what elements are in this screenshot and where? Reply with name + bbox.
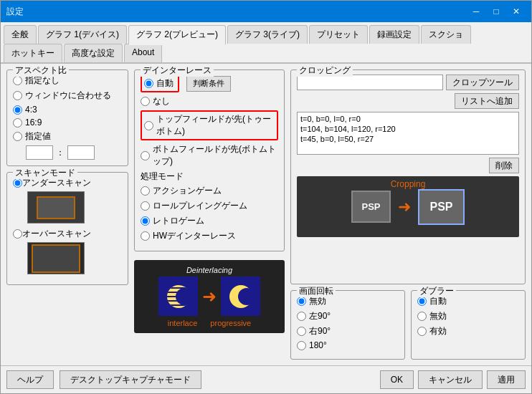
bottom-right-buttons: OK キャンセル 適用: [380, 370, 526, 389]
scan-over-radio[interactable]: [13, 229, 22, 239]
tab-record[interactable]: 録画設定: [369, 25, 419, 44]
close-button[interactable]: ✕: [507, 4, 526, 19]
deinterlace-auto-radio[interactable]: [144, 79, 153, 88]
rot-disable-radio[interactable]: [297, 297, 306, 306]
scan-under-visual: [27, 191, 85, 224]
dbl-disable-radio[interactable]: [417, 312, 427, 321]
deinterlace-labels: interlace progressive: [168, 319, 251, 327]
ar-width-input[interactable]: 16: [26, 145, 53, 160]
bottom-left-buttons: ヘルプ デスクトップキャプチャモード: [6, 370, 201, 389]
deinterlace-visual: Deinterlacing: [134, 260, 285, 333]
tab-bar: 全般 グラフ 1(デバイス) グラフ 2(プレビュー) グラフ 3(ライブ) プ…: [1, 22, 531, 64]
rot-left90-radio[interactable]: [297, 312, 306, 321]
scan-mode-group: スキャンモード アンダースキャン オーバースキャン: [6, 172, 128, 285]
scan-under-inner: [37, 196, 75, 219]
bottom-right-panels: 画面回転 無効 左90° 右90°: [290, 290, 526, 360]
tab-graph2[interactable]: グラフ 2(プレビュー): [128, 25, 226, 45]
window-title: 設定: [6, 6, 24, 18]
scan-over-label: オーバースキャン: [22, 228, 91, 240]
dbl-disable-row: 無効: [417, 310, 519, 322]
desktop-button[interactable]: デスクトップキャプチャモード: [60, 370, 201, 389]
deinterlace-arrow: ➜: [202, 287, 217, 307]
deinterlace-none-row: なし: [141, 95, 278, 107]
crop-value-input[interactable]: t=0, b=0, l=0, r=0: [297, 75, 443, 90]
deinterlace-top-radio[interactable]: [144, 121, 153, 130]
delete-button[interactable]: 削除: [489, 158, 519, 173]
dbl-auto-radio[interactable]: [417, 297, 427, 306]
cancel-button[interactable]: キャンセル: [418, 370, 483, 389]
deinterlace-top-highlight: トップフィールドが先(トゥーボトム): [141, 110, 278, 140]
add-list-button[interactable]: リストへ追加: [455, 93, 519, 109]
tab-scshow[interactable]: スクショ: [421, 25, 471, 44]
ar-label-43: 4:3: [25, 105, 37, 115]
tab-graph3[interactable]: グラフ 3(ライブ): [227, 25, 308, 44]
rot-180-row: 180°: [297, 340, 399, 350]
crop-add-row: リストへ追加: [297, 93, 519, 109]
tab-hotkey[interactable]: ホットキー: [4, 44, 62, 62]
judge-button[interactable]: 判断条件: [186, 76, 231, 92]
crop-list-item-2[interactable]: t=45, b=0, l=50, r=27: [299, 134, 517, 144]
panels-container: アスペクト比 指定なし ウィンドウに合わせる 4:3: [6, 69, 526, 360]
ar-height-input[interactable]: 10: [67, 145, 95, 160]
psp-source-box: PSP: [351, 191, 391, 223]
deinterlace-images: ➜: [158, 277, 260, 316]
tab-about[interactable]: About: [124, 44, 162, 62]
progressive-moon-svg: [227, 282, 255, 311]
dbl-disable-label: 無効: [429, 310, 447, 322]
deinterlace-visual-title: Deinterlacing: [186, 266, 232, 274]
rotation-group: 画面回転 無効 左90° 右90°: [290, 290, 405, 360]
pm-retro-row: レトロゲーム: [141, 215, 278, 227]
pm-hw-radio[interactable]: [141, 231, 150, 241]
crop-tool-button[interactable]: クロップツール: [446, 75, 519, 90]
crop-list[interactable]: t=0, b=0, l=0, r=0 t=104, b=104, l=120, …: [297, 112, 519, 155]
deinterlace-bottom-radio[interactable]: [141, 151, 150, 160]
rot-180-radio[interactable]: [297, 341, 306, 350]
ar-radio-43[interactable]: [13, 105, 22, 115]
pm-action-radio[interactable]: [141, 186, 150, 196]
ar-radio-169[interactable]: [13, 118, 22, 128]
ar-label-custom: 指定値: [25, 130, 51, 143]
pm-action-label: アクションゲーム: [153, 185, 222, 197]
rot-right90-row: 右90°: [297, 325, 399, 337]
ar-radio-custom[interactable]: [13, 132, 22, 141]
psp-source-label: PSP: [361, 201, 380, 212]
rot-right90-label: 右90°: [309, 325, 331, 337]
ar-label-169: 16:9: [25, 117, 42, 128]
scan-mode-title: スキャンモード: [13, 167, 77, 179]
rot-right90-radio[interactable]: [297, 327, 306, 336]
scan-over-option: オーバースキャン: [13, 228, 122, 274]
tab-graph1[interactable]: グラフ 1(デバイス): [38, 25, 127, 44]
ar-radio-none[interactable]: [13, 76, 22, 85]
ar-option-3: 16:9: [13, 117, 122, 128]
dbl-enable-radio[interactable]: [417, 327, 427, 336]
maximize-button[interactable]: □: [487, 4, 505, 19]
crop-preview-title: Cropping: [391, 179, 426, 189]
delete-row: 削除: [297, 158, 519, 173]
scan-over-row: オーバースキャン: [13, 228, 122, 240]
help-button[interactable]: ヘルプ: [6, 370, 54, 389]
pm-rpg-radio[interactable]: [141, 201, 150, 211]
tab-advanced[interactable]: 高度な設定: [64, 44, 123, 62]
settings-window: 設定 ─ □ ✕ 全般 グラフ 1(デバイス) グラフ 2(プレビュー) グラフ…: [0, 0, 532, 394]
interlace-moon-svg: [164, 282, 193, 311]
tab-preset[interactable]: プリセット: [309, 25, 368, 44]
crop-list-item-0[interactable]: t=0, b=0, l=0, r=0: [299, 114, 517, 124]
ar-radio-window[interactable]: [13, 91, 22, 100]
doubler-group: ダブラー 自動 無効 有効: [411, 290, 526, 360]
crop-list-item-1[interactable]: t=104, b=104, l=120, r=120: [299, 124, 517, 134]
ar-label-window: ウィンドウに合わせる: [25, 90, 111, 102]
scan-over-inner: [32, 244, 80, 273]
deinterlace-none-radio[interactable]: [141, 97, 150, 106]
scan-under-radio[interactable]: [13, 178, 22, 188]
tab-general[interactable]: 全般: [4, 25, 37, 44]
apply-button[interactable]: 適用: [487, 370, 526, 389]
pm-retro-radio[interactable]: [141, 216, 150, 226]
deinterlace-none-label: なし: [153, 95, 170, 107]
ar-option-4: 指定値: [13, 130, 122, 143]
deinterlace-bottom-label: ボトムフィールドが先(ボトムトップ): [153, 143, 278, 168]
rot-left90-row: 左90°: [297, 310, 399, 322]
minimize-button[interactable]: ─: [467, 4, 485, 19]
ok-button[interactable]: OK: [380, 370, 414, 389]
deinterlace-auto-label: 自動: [156, 77, 174, 90]
pm-rpg-row: ロールプレイングゲーム: [141, 200, 278, 212]
